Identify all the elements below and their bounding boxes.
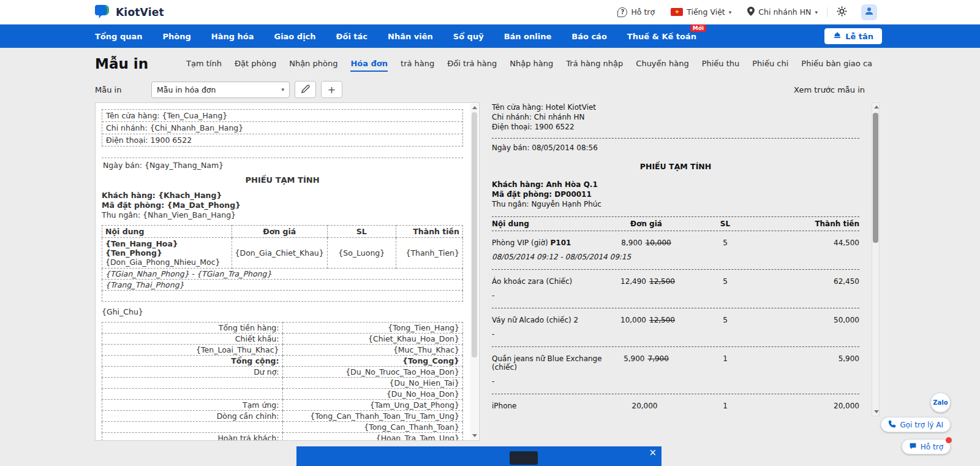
nav-bao-cao[interactable]: Báo cáo — [571, 32, 607, 41]
scrollbar-thumb[interactable] — [873, 113, 878, 243]
template-editor[interactable]: Tên cửa hàng: {Ten_Cua_Hang} Chi nhánh: … — [95, 102, 480, 441]
print-template-page: Mẫu in Tạm tính Đặt phòng Nhận phòng Hóa… — [0, 48, 980, 441]
support-label: Hỗ trợ — [921, 443, 943, 451]
preview-header-label: Xem trước mẫu in — [794, 85, 865, 94]
tab-nhan-phong[interactable]: Nhận phòng — [289, 59, 337, 72]
preview-column: Xem trước mẫu in Tên cửa hàng: Hotel Kio… — [488, 77, 882, 441]
nav-giao-dich[interactable]: Giao dịch — [274, 32, 315, 41]
template-empty-line — [102, 291, 463, 302]
preview-scrollbar[interactable] — [872, 102, 880, 416]
summary-row: Chiết khấu:{Chiet_Khau_Hoa_Don} — [102, 334, 463, 345]
tab-doi-tra-hang[interactable]: Đổi trả hàng — [447, 59, 497, 72]
item-price: 8,90010,000 — [620, 239, 672, 247]
editor-scrollbar[interactable] — [470, 104, 478, 440]
preview-customer-line: Khách hàng: Anh Hòa Q.1 — [492, 180, 859, 189]
item-subline: - — [492, 291, 859, 300]
cell-name: {Ten_Hang_Hoa} {Ten_Phong} {Don_Gia_Phon… — [102, 238, 232, 269]
tab-tam-tinh[interactable]: Tạm tính — [186, 59, 222, 72]
preview-item-row: Phòng VIP (giờ) P101 8,90010,000 5 44,50… — [492, 231, 859, 248]
ai-label: Gọi trợ lý AI — [900, 421, 943, 429]
help-icon: ? — [617, 7, 627, 17]
item-name: Quần jeans nữ Blue Exchange (chiếc) — [492, 354, 620, 372]
tab-chuyen-hang[interactable]: Chuyển hàng — [636, 59, 688, 72]
summary-row: Tổng tiền hàng:{Tong_Tien_Hang} — [102, 323, 463, 334]
nav-nhan-vien[interactable]: Nhân viên — [388, 32, 433, 41]
preview-item-row: iPhone 20,000 1 20,000 — [492, 394, 859, 411]
template-date-line: Ngày bán: {Ngay_Thang_Nam} — [102, 158, 463, 171]
summary-row: {Tong_Can_Thanh_Toan} — [102, 422, 463, 433]
tab-phieu-chi[interactable]: Phiếu chi — [752, 59, 788, 72]
nav-so-quy[interactable]: Sổ quỹ — [453, 32, 484, 41]
template-store-block: Tên cửa hàng: {Ten_Cua_Hang} Chi nhánh: … — [102, 109, 463, 147]
preview-store-line: Điện thoại: 1900 6522 — [492, 122, 859, 132]
summary-row: Tạm ứng:{Tam_Ung_Dat_Phong} — [102, 400, 463, 411]
chevron-down-icon: ▾ — [281, 86, 284, 93]
scroll-up-arrow[interactable] — [472, 106, 477, 109]
template-doc-title: PHIẾU TẠM TÍNH — [102, 175, 463, 185]
tab-tra-hang[interactable]: trả hàng — [401, 59, 434, 72]
summary-row: Dư nợ:{Du_No_Truoc_Tao_Hoa_Don} — [102, 367, 463, 378]
scroll-down-arrow[interactable] — [874, 410, 879, 413]
nav-doi-tac[interactable]: Đối tác — [336, 32, 368, 41]
nav-phong[interactable]: Phòng — [162, 32, 190, 41]
item-name: Áo khoác zara (Chiếc) — [492, 277, 620, 286]
preview-item-row: Váy nữ Alcado (chiếc) 2 10,00012,500 5 5… — [492, 308, 859, 326]
item-name: iPhone — [492, 402, 620, 410]
ai-assistant-button[interactable]: Gọi trợ lý AI — [881, 417, 951, 432]
nav-hang-hoa[interactable]: Hàng hóa — [211, 32, 254, 41]
item-subline: - — [492, 330, 859, 338]
nav-thue-ke-toan[interactable]: Thuế & Kế toán Mới — [627, 32, 696, 41]
user-icon — [864, 6, 874, 18]
nav-ban-online[interactable]: Bán online — [504, 32, 552, 41]
col-header: Nội dung — [102, 226, 232, 238]
summary-row: {Du_No_Hoa_Don} — [102, 389, 463, 400]
summary-row: {Ten_Loai_Thu_Khac}{Muc_Thu_Khac} — [102, 345, 463, 356]
scroll-up-arrow[interactable] — [874, 105, 879, 109]
tab-tra-hang-nhap[interactable]: Trả hàng nhập — [566, 59, 623, 72]
zalo-button[interactable]: Zalo — [930, 392, 951, 413]
tab-nhap-hang[interactable]: Nhập hàng — [510, 59, 553, 72]
nav-tong-quan[interactable]: Tổng quan — [95, 32, 142, 41]
scrollbar-thumb[interactable] — [472, 112, 477, 357]
chat-icon — [909, 442, 917, 452]
item-name: Váy nữ Alcado (chiếc) 2 — [492, 316, 620, 324]
col-header: Thành tiền — [396, 226, 462, 238]
preview-store-line: Tên cửa hàng: Hotel KiotViet — [492, 102, 859, 112]
support-button[interactable]: Hỗ trợ — [902, 439, 951, 454]
col-header: Đơn giá — [620, 220, 672, 228]
branch-selector[interactable]: Chi nhánh HN ▾ — [741, 7, 824, 18]
template-line: Thu ngân: {Nhan_Vien_Ban_Hang} — [102, 210, 463, 220]
tab-phieu-ban-giao-ca[interactable]: Phiếu bàn giao ca — [801, 59, 872, 72]
template-select[interactable]: Mẫu in hóa đơn ▾ — [151, 82, 290, 98]
edit-template-button[interactable] — [295, 81, 316, 98]
preview-body: Tên cửa hàng: Hotel KiotViet Chi nhánh: … — [492, 102, 859, 438]
language-label: Tiếng Việt — [687, 7, 725, 17]
preview-customer-line: Thu ngân: Nguyễn Hạnh Phúc — [492, 199, 859, 209]
tab-hoa-don[interactable]: Hóa đơn — [350, 59, 388, 72]
scroll-down-arrow[interactable] — [472, 434, 477, 437]
top-bar-right: ? Hỗ trợ ★ Tiếng Việt ▾ Chi nhánh HN ▾ — [611, 4, 877, 20]
close-icon[interactable]: × — [649, 448, 657, 457]
user-avatar[interactable] — [861, 4, 877, 20]
template-summary-table: Tổng tiền hàng:{Tong_Tien_Hang} Chiết kh… — [102, 322, 463, 441]
gear-icon — [837, 6, 847, 18]
nav-items: Tổng quan Phòng Hàng hóa Giao dịch Đối t… — [95, 32, 696, 41]
kiotviet-logo — [95, 3, 111, 21]
chevron-down-icon: ▾ — [729, 9, 732, 15]
help-menu[interactable]: ? Hỗ trợ — [611, 7, 662, 17]
table-header-row: Nội dung Đơn giá SL Thành tiền — [102, 226, 463, 238]
bottom-banner: × — [296, 446, 662, 466]
language-selector[interactable]: ★ Tiếng Việt ▾ — [664, 7, 738, 17]
settings-button[interactable] — [830, 6, 854, 18]
add-template-button[interactable]: + — [321, 81, 342, 98]
tab-dat-phong[interactable]: Đặt phòng — [235, 59, 276, 72]
notification-dot — [946, 437, 952, 443]
tab-phieu-thu[interactable]: Phiếu thu — [702, 59, 740, 72]
item-total: 20,000 — [778, 402, 859, 410]
brand[interactable]: KiotViet — [95, 3, 164, 21]
reception-button[interactable]: Lễ tân — [824, 28, 882, 44]
item-price: 10,00012,500 — [620, 316, 672, 324]
main-nav: Tổng quan Phòng Hàng hóa Giao dịch Đối t… — [0, 25, 980, 48]
reception-bell-icon — [833, 31, 842, 41]
preview-item-row: Áo khoác zara (Chiếc) 12,49012,500 5 62,… — [492, 270, 859, 287]
